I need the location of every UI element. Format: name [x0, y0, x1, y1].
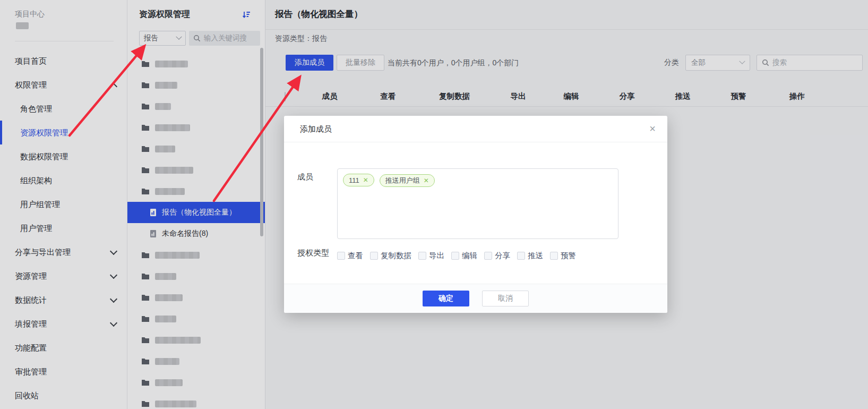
auth-option-label: 预警	[561, 251, 576, 261]
member-field-label: 成员	[297, 172, 313, 182]
remove-tag-icon[interactable]: ✕	[363, 176, 368, 184]
member-tag-label: 111	[349, 176, 359, 184]
member-tags-box[interactable]: 111✕推送用户组✕	[337, 168, 618, 239]
checkbox-icon	[418, 252, 426, 260]
auth-option-checkbox[interactable]: 复制数据	[370, 251, 411, 261]
auth-type-label: 授权类型	[297, 248, 329, 258]
auth-option-checkbox[interactable]: 分享	[484, 251, 510, 261]
auth-option-label: 编辑	[462, 251, 477, 261]
auth-option-checkbox[interactable]: 预警	[550, 251, 576, 261]
auth-option-label: 分享	[495, 251, 510, 261]
auth-option-label: 查看	[348, 251, 363, 261]
member-tag: 111✕	[343, 174, 374, 186]
auth-option-checkbox[interactable]: 导出	[418, 251, 444, 261]
checkbox-icon	[484, 252, 492, 260]
auth-option-checkbox[interactable]: 查看	[337, 251, 363, 261]
close-icon[interactable]: ×	[649, 116, 656, 141]
auth-option-checkbox[interactable]: 推送	[517, 251, 543, 261]
app-screen: 项目中心 项目首页权限管理角色管理资源权限管理数据权限管理组织架构用户组管理用户…	[0, 0, 868, 409]
modal-title: 添加成员	[300, 124, 332, 133]
remove-tag-icon[interactable]: ✕	[424, 177, 429, 184]
member-tag: 推送用户组✕	[380, 174, 435, 187]
checkbox-icon	[517, 252, 525, 260]
add-member-modal: 添加成员 × 成员 111✕推送用户组✕ 授权类型 查看复制数据导出编辑分享推送…	[284, 116, 667, 313]
cancel-button[interactable]: 取消	[482, 291, 529, 306]
modal-footer: 确定 取消	[284, 284, 667, 313]
auth-option-checkbox[interactable]: 编辑	[451, 251, 477, 261]
member-tag-label: 推送用户组	[385, 176, 420, 185]
checkbox-icon	[337, 252, 345, 260]
checkbox-icon	[370, 252, 378, 260]
auth-options: 查看复制数据导出编辑分享推送预警	[337, 251, 576, 261]
modal-header: 添加成员 ×	[284, 116, 667, 142]
checkbox-icon	[451, 252, 459, 260]
auth-option-label: 复制数据	[381, 251, 411, 261]
checkbox-icon	[550, 252, 558, 260]
auth-option-label: 推送	[528, 251, 543, 261]
confirm-button[interactable]: 确定	[423, 291, 469, 306]
auth-option-label: 导出	[429, 251, 444, 261]
